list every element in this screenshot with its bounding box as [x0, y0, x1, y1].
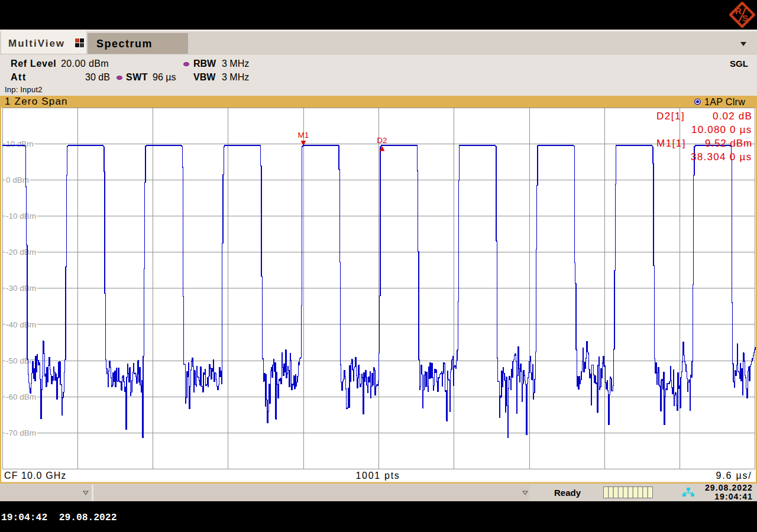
svg-text:9.6 µs/: 9.6 µs/ [716, 471, 752, 481]
svg-text:38.304 0 µs: 38.304 0 µs [691, 151, 752, 163]
svg-text:-10 dBm: -10 dBm [6, 212, 36, 220]
svg-text:D2: D2 [377, 136, 387, 145]
svg-text:R: R [735, 6, 742, 16]
svg-text:9.52 dBm: 9.52 dBm [705, 138, 752, 149]
svg-text:-40 dBm: -40 dBm [6, 320, 36, 329]
svg-text:-50 dBm: -50 dBm [6, 356, 36, 365]
svg-text:1001 pts: 1001 pts [356, 471, 400, 481]
svg-text:-70 dBm: -70 dBm [6, 429, 36, 437]
svg-text:0.02 dB: 0.02 dB [713, 111, 752, 122]
svg-text:S: S [742, 13, 748, 23]
svg-text:10 dBm: 10 dBm [6, 140, 34, 148]
svg-text:D2[1]: D2[1] [656, 111, 685, 122]
svg-text:CF 10.0 GHz: CF 10.0 GHz [4, 471, 66, 481]
svg-text:-60 dBm: -60 dBm [6, 392, 36, 401]
svg-text:10.080 0 µs: 10.080 0 µs [691, 124, 752, 135]
svg-text:M1: M1 [298, 131, 309, 140]
svg-text:M1[1]: M1[1] [656, 138, 686, 149]
svg-text:-20 dBm: -20 dBm [6, 248, 36, 257]
svg-text:-30 dBm: -30 dBm [6, 284, 36, 293]
